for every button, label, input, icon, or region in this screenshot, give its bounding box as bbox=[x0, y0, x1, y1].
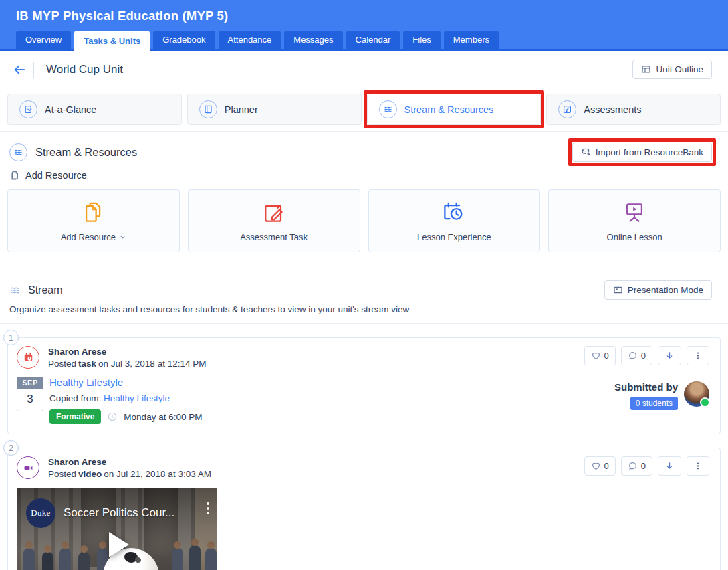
section-title: Stream & Resources bbox=[35, 146, 137, 159]
unit-title: World Cup Unit bbox=[46, 63, 123, 76]
unit-outline-button[interactable]: Unit Outline bbox=[632, 60, 712, 79]
kebab-icon bbox=[693, 351, 703, 361]
task-avatar-icon bbox=[17, 346, 39, 369]
copy-docs-icon bbox=[80, 199, 107, 226]
assessment-pencil-icon bbox=[261, 199, 287, 226]
submitted-by-label: Submitted by bbox=[614, 381, 678, 393]
submitted-by-block: Submitted by 0 students bbox=[614, 377, 709, 424]
tab-at-a-glance[interactable]: At-a-Glance bbox=[7, 94, 182, 125]
layers-icon bbox=[379, 100, 397, 118]
stream-header: Stream Presentation Mode bbox=[0, 270, 728, 300]
like-button[interactable]: 0 bbox=[584, 346, 616, 365]
copy-doc-icon bbox=[9, 170, 20, 181]
course-tabs: Overview Tasks & Units Gradebook Attenda… bbox=[0, 31, 728, 49]
layers-icon bbox=[9, 284, 21, 296]
formative-badge: Formative bbox=[49, 409, 101, 424]
assessment-task-card[interactable]: Assessment Task bbox=[188, 189, 360, 252]
copied-from: Copied from: Healthy Lifestyle bbox=[49, 393, 202, 403]
post-actions: 0 0 bbox=[584, 456, 709, 476]
clock-icon bbox=[107, 411, 118, 422]
add-resource-link[interactable]: Add Resource bbox=[0, 162, 728, 181]
video-title[interactable]: Soccer Politics Cour... bbox=[64, 506, 174, 520]
due-date-badge: SEP 3 bbox=[17, 377, 43, 424]
comment-button[interactable]: 0 bbox=[621, 346, 652, 365]
video-thumbnail[interactable]: Duke Soccer Politics Cour... bbox=[17, 488, 217, 570]
post-author: Sharon Arese bbox=[48, 347, 206, 357]
course-title: IB MYP Physical Education (MYP 5) bbox=[0, 9, 728, 31]
comment-icon bbox=[628, 351, 638, 361]
pencil-square-icon bbox=[558, 100, 576, 118]
course-page: IB MYP Physical Education (MYP 5) Overvi… bbox=[0, 0, 728, 570]
due-time: Monday at 6:00 PM bbox=[124, 412, 202, 422]
heart-icon bbox=[591, 461, 601, 471]
post-number-badge: 2 bbox=[3, 440, 19, 456]
channel-logo[interactable]: Duke bbox=[26, 498, 55, 528]
resource-cards: Add Resource Assessment Task Lesson Expe… bbox=[0, 181, 728, 252]
chevron-down-icon bbox=[119, 233, 126, 241]
presentation-play-icon bbox=[621, 199, 648, 226]
video-avatar-icon bbox=[17, 456, 39, 479]
import-resourcebank-button[interactable]: Import from ResourceBank bbox=[572, 142, 712, 162]
course-header: IB MYP Physical Education (MYP 5) Overvi… bbox=[0, 0, 728, 51]
unit-title-bar: World Cup Unit Unit Outline bbox=[0, 51, 728, 88]
screen-icon bbox=[613, 285, 623, 295]
post-card: Sharon Arese Postedvideoon Jul 21, 2018 … bbox=[7, 448, 721, 570]
online-lesson-card[interactable]: Online Lesson bbox=[548, 189, 721, 252]
stream-description: Organize assessment tasks and resources … bbox=[0, 300, 728, 314]
post-author: Sharon Arese bbox=[48, 457, 211, 467]
arrow-down-icon bbox=[664, 461, 675, 471]
add-resource-card[interactable]: Add Resource bbox=[7, 189, 180, 252]
tab-planner[interactable]: Planner bbox=[187, 94, 362, 125]
play-button[interactable] bbox=[109, 532, 129, 557]
stream-resources-header: Stream & Resources Import from ResourceB… bbox=[0, 132, 728, 162]
video-more-icon[interactable] bbox=[207, 502, 209, 514]
outline-grid-icon bbox=[641, 64, 651, 74]
arrow-left-icon bbox=[13, 63, 26, 76]
note-icon bbox=[19, 100, 37, 118]
layers-icon bbox=[9, 143, 27, 161]
tab-overview[interactable]: Overview bbox=[16, 31, 71, 49]
post-card: Sharon Arese Postedtaskon Jul 3, 2018 at… bbox=[7, 337, 721, 434]
students-count-badge[interactable]: 0 students bbox=[630, 397, 678, 410]
move-down-button[interactable] bbox=[658, 346, 681, 365]
divider bbox=[33, 62, 34, 78]
presentation-mode-button[interactable]: Presentation Mode bbox=[604, 280, 712, 300]
post-meta: Postedtaskon Jul 3, 2018 at 12:14 PM bbox=[48, 359, 206, 369]
avatar[interactable] bbox=[684, 381, 709, 407]
like-button[interactable]: 0 bbox=[584, 456, 616, 476]
divider bbox=[0, 323, 728, 324]
lesson-experience-card[interactable]: Lesson Experience bbox=[368, 189, 541, 252]
unit-section-tabs: At-a-Glance Planner Stream & Resources A… bbox=[0, 88, 728, 125]
arrow-down-icon bbox=[664, 351, 675, 361]
more-options-button[interactable] bbox=[687, 346, 709, 365]
section-title: Stream bbox=[28, 284, 63, 296]
move-down-button[interactable] bbox=[658, 456, 681, 476]
tab-attendance[interactable]: Attendance bbox=[219, 31, 281, 49]
import-stack-icon bbox=[581, 147, 591, 157]
tab-files[interactable]: Files bbox=[403, 31, 440, 49]
more-options-button[interactable] bbox=[687, 456, 709, 476]
copied-from-link[interactable]: Healthy Lifestyle bbox=[104, 393, 170, 403]
calendar-clock-icon bbox=[441, 199, 467, 226]
tab-messages[interactable]: Messages bbox=[284, 31, 342, 49]
stream-post-video: 2 Sharon Arese Postedvideoon Jul 21, 201… bbox=[7, 448, 721, 570]
post-actions: 0 0 bbox=[584, 346, 709, 365]
tab-members[interactable]: Members bbox=[444, 31, 499, 49]
task-title-link[interactable]: Healthy Lifestyle bbox=[49, 377, 202, 388]
back-button[interactable] bbox=[9, 60, 29, 80]
tab-assessments[interactable]: Assessments bbox=[546, 94, 721, 125]
comment-icon bbox=[628, 461, 638, 471]
tab-calendar[interactable]: Calendar bbox=[346, 31, 400, 49]
post-number-badge: 1 bbox=[3, 330, 19, 345]
comment-button[interactable]: 0 bbox=[621, 456, 652, 476]
tab-gradebook[interactable]: Gradebook bbox=[153, 31, 215, 49]
book-icon bbox=[199, 100, 217, 118]
post-meta: Postedvideoon Jul 21, 2018 at 3:03 AM bbox=[48, 469, 211, 479]
tab-tasks-units[interactable]: Tasks & Units bbox=[74, 31, 150, 51]
heart-icon bbox=[591, 351, 601, 361]
kebab-icon bbox=[693, 461, 703, 471]
tab-stream-resources[interactable]: Stream & Resources bbox=[367, 94, 541, 125]
stream-post-task: 1 Sharon Arese Postedtaskon Jul 3, 2018 … bbox=[7, 337, 721, 434]
